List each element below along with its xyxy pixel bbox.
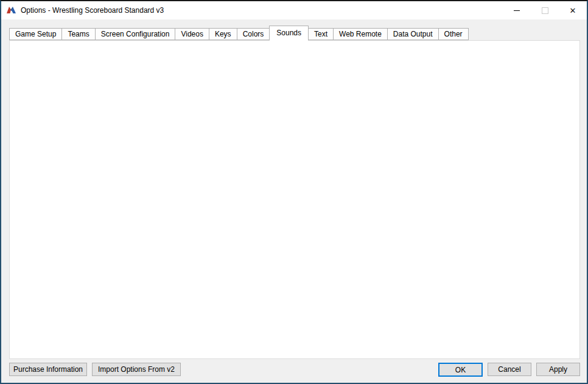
tab-sounds[interactable]: Sounds bbox=[269, 26, 309, 41]
options-tabstrip: Game Setup Teams Screen Configuration Vi… bbox=[9, 28, 468, 40]
tab-keys[interactable]: Keys bbox=[209, 28, 237, 40]
tab-screen-configuration[interactable]: Screen Configuration bbox=[95, 28, 176, 40]
tab-web-remote[interactable]: Web Remote bbox=[333, 28, 388, 40]
app-logo-icon bbox=[6, 5, 16, 15]
minimize-button[interactable] bbox=[503, 1, 531, 19]
options-dialog: Options - Wrestling Scoreboard Standard … bbox=[0, 0, 588, 384]
tab-colors[interactable]: Colors bbox=[237, 28, 270, 40]
window-title: Options - Wrestling Scoreboard Standard … bbox=[21, 6, 503, 15]
cancel-button[interactable]: Cancel bbox=[488, 363, 531, 376]
close-icon: ✕ bbox=[570, 7, 576, 15]
tab-game-setup[interactable]: Game Setup bbox=[9, 28, 62, 40]
window-controls: ✕ bbox=[503, 1, 587, 19]
apply-button[interactable]: Apply bbox=[536, 363, 580, 376]
tab-teams[interactable]: Teams bbox=[61, 28, 95, 40]
tab-other[interactable]: Other bbox=[438, 28, 469, 40]
tab-text[interactable]: Text bbox=[308, 28, 334, 40]
minimize-icon bbox=[514, 10, 520, 11]
maximize-icon bbox=[542, 7, 548, 14]
purchase-information-button[interactable]: Purchase Information bbox=[9, 363, 87, 376]
maximize-button bbox=[531, 1, 559, 19]
tab-videos[interactable]: Videos bbox=[175, 28, 209, 40]
sounds-tab-panel bbox=[9, 40, 580, 359]
ok-button[interactable]: OK bbox=[438, 363, 483, 377]
tab-data-output[interactable]: Data Output bbox=[387, 28, 439, 40]
import-options-from-v2-button[interactable]: Import Options From v2 bbox=[92, 363, 181, 376]
close-button[interactable]: ✕ bbox=[559, 1, 587, 19]
title-bar: Options - Wrestling Scoreboard Standard … bbox=[1, 1, 587, 19]
